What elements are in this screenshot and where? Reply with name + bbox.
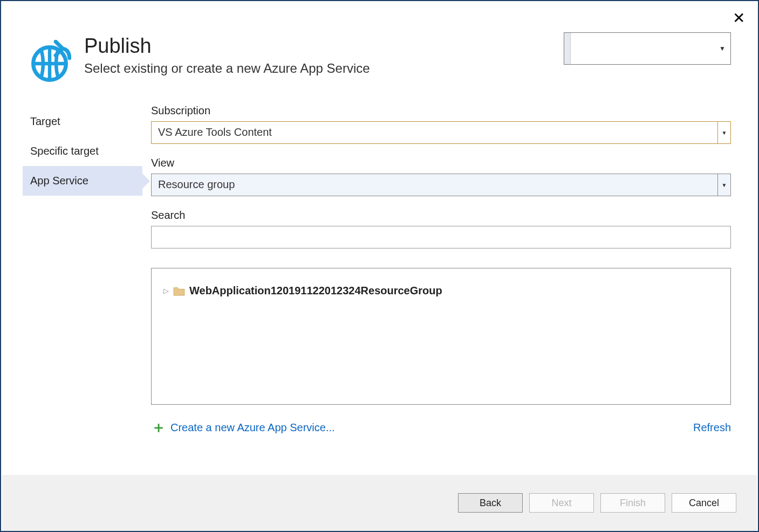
resource-tree[interactable]: ▷ WebApplication120191122012324ResourceG… xyxy=(151,268,731,405)
create-app-service-link[interactable]: ＋ Create a new Azure App Service... xyxy=(151,420,335,435)
view-label: View xyxy=(151,157,731,169)
chevron-down-icon: ▼ xyxy=(714,33,730,64)
subscription-select[interactable]: VS Azure Tools Content ▼ xyxy=(151,121,731,144)
cancel-button[interactable]: Cancel xyxy=(672,493,736,513)
subscription-label: Subscription xyxy=(151,105,731,117)
plus-icon: ＋ xyxy=(151,420,166,435)
search-label: Search xyxy=(151,209,731,222)
sidebar-item-app-service[interactable]: App Service xyxy=(23,166,142,196)
sidebar-item-specific-target[interactable]: Specific target xyxy=(23,136,142,166)
view-value: Resource group xyxy=(152,174,717,196)
tree-item-label: WebApplication120191122012324ResourceGro… xyxy=(189,285,442,297)
account-strip xyxy=(564,33,571,64)
chevron-down-icon[interactable]: ▼ xyxy=(717,174,730,196)
finish-button: Finish xyxy=(600,493,665,513)
search-input[interactable] xyxy=(151,226,731,248)
wizard-sidebar: Target Specific target App Service xyxy=(1,102,142,435)
back-button[interactable]: Back xyxy=(458,493,523,513)
dialog-header: Publish Select existing or create a new … xyxy=(1,1,758,83)
create-link-label: Create a new Azure App Service... xyxy=(170,422,335,434)
globe-arrow-icon xyxy=(28,40,71,83)
chevron-right-icon[interactable]: ▷ xyxy=(163,287,169,295)
refresh-link[interactable]: Refresh xyxy=(693,422,731,434)
sidebar-item-target[interactable]: Target xyxy=(23,107,142,136)
next-button: Next xyxy=(529,493,594,513)
folder-icon xyxy=(173,286,185,296)
tree-item[interactable]: ▷ WebApplication120191122012324ResourceG… xyxy=(160,285,722,297)
view-select[interactable]: Resource group ▼ xyxy=(151,174,731,196)
account-dropdown[interactable]: ▼ xyxy=(564,32,731,65)
chevron-down-icon[interactable]: ▼ xyxy=(717,122,730,143)
dialog-footer: Back Next Finish Cancel xyxy=(2,475,757,531)
subscription-value: VS Azure Tools Content xyxy=(152,122,717,143)
